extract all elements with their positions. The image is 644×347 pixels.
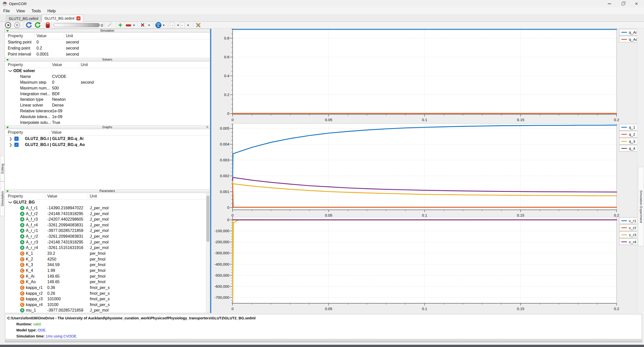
- stop-button[interactable]: [14, 22, 20, 28]
- simulation-delay-wheel[interactable]: [54, 22, 100, 28]
- add-graph-panel-button[interactable]: +: [118, 22, 122, 28]
- simulation-time-value: 1ms using CVODE.: [46, 334, 77, 338]
- import-data-button[interactable]: ◂: [170, 22, 175, 28]
- plot-canvas[interactable]: 00.050.10.150.20-100,000-200,000-300,000…: [212, 217, 637, 313]
- property-row[interactable]: CK_24250per_fmol: [5, 256, 210, 262]
- property-row[interactable]: Ckappa_r3101000fmol_per_s: [5, 296, 210, 302]
- plus-icon: +: [118, 22, 122, 28]
- property-row[interactable]: Linear solverDense: [5, 103, 210, 108]
- property-row[interactable]: AA_f_r1-14390.2168947022J_per_mol: [5, 205, 210, 211]
- export-data-button[interactable]: ▸: [180, 22, 185, 28]
- property-unit: J_per_mol: [90, 217, 109, 222]
- section-title: Solvers: [102, 58, 112, 61]
- property-row[interactable]: Ending point0.2second: [5, 45, 210, 51]
- property-row[interactable]: ❯✓GLUT2_BG.t | GLUT2_BG.q_Ao: [5, 142, 210, 148]
- checkbox-checked[interactable]: ✓: [14, 136, 19, 141]
- parameters-section-header[interactable]: Parameters: [5, 189, 210, 193]
- property-row[interactable]: CK_Ai149.65per_fmol: [5, 273, 210, 279]
- minimize-button[interactable]: [603, 0, 616, 8]
- graph-panel-3[interactable]: 00.050.10.150.20-100,000-200,000-300,000…: [212, 217, 637, 313]
- property-row[interactable]: Amu_1-3977.00285721859J_per_mol: [5, 308, 210, 313]
- svg-text:0.8: 0.8: [224, 36, 229, 40]
- reset-model-parameters-button[interactable]: [26, 22, 32, 28]
- restore-button[interactable]: [617, 0, 629, 8]
- remove-all-graphs-button[interactable]: [140, 22, 145, 28]
- mode-tab-label: Simulation Experiment: [639, 190, 643, 223]
- constant-icon: C: [20, 297, 24, 301]
- graph-panel-2[interactable]: 00.050.10.150.200.0010.0020.0030.0040.00…: [212, 124, 637, 217]
- graph-panel-1[interactable]: 00.050.10.150.200.20.40.60.8: [212, 29, 637, 124]
- property-row[interactable]: Starting point0second: [5, 39, 210, 45]
- plot-canvas[interactable]: 00.050.10.150.200.20.40.60.8: [212, 29, 637, 124]
- remove-all-graphs-dropdown[interactable]: ▼: [148, 22, 150, 28]
- tab-glut2-bg-sedml[interactable]: GLUT2_BG.sedml ✕: [42, 15, 83, 22]
- graphs-section-header[interactable]: Graphs ≡: [5, 125, 210, 129]
- clear-simulation-results-button[interactable]: [34, 22, 41, 28]
- remove-graph-panel-dropdown[interactable]: ▼: [133, 22, 135, 28]
- property-row[interactable]: AA_f_r4-3261.20994083831J_per_mol: [5, 222, 210, 228]
- preferences-button[interactable]: [195, 22, 201, 28]
- property-row[interactable]: Absolute tolera...1e-09: [5, 114, 210, 120]
- chevron-right-icon[interactable]: ❯: [9, 142, 12, 147]
- tab-close-icon[interactable]: ✕: [76, 16, 80, 20]
- property-row[interactable]: Point interval0.0001second: [5, 51, 210, 57]
- property-row[interactable]: ❯✓GLUT2_BG.t | GLUT2_BG.q_Ai: [5, 136, 210, 142]
- property-row[interactable]: Iteration typeNewton: [5, 97, 210, 103]
- property-row[interactable]: AA_r_r2-3261.20994083831J_per_mol: [5, 234, 210, 239]
- graphs-menu-icon[interactable]: ≡: [206, 125, 208, 129]
- mode-tab-editing[interactable]: Editing: [0, 156, 5, 181]
- tab-glut2-bg-cellml[interactable]: GLUT2_BG.cellml ✕: [6, 15, 47, 22]
- mode-tab-simulation[interactable]: Simulation: [0, 181, 5, 216]
- import-data-dropdown[interactable]: ▼: [177, 22, 179, 28]
- property-row[interactable]: AA_r_r4-3261.15151631916J_per_mol: [5, 245, 210, 251]
- chevron-right-icon[interactable]: ❯: [9, 136, 12, 141]
- property-row[interactable]: ❯GLUT2_BG: [5, 200, 210, 205]
- simulation-section-header[interactable]: Simulation: [5, 29, 210, 33]
- property-name: A_f_r3: [26, 217, 38, 222]
- property-row[interactable]: AA_f_r2-24148.7431918295J_per_mol: [5, 211, 210, 217]
- menu-help[interactable]: Help: [44, 8, 59, 14]
- property-row[interactable]: Integration met...BDF: [5, 91, 210, 97]
- run-pause-button[interactable]: [5, 22, 11, 28]
- svg-text:0.15: 0.15: [517, 118, 524, 122]
- property-row[interactable]: CK_3344.59per_fmol: [5, 262, 210, 268]
- property-row[interactable]: Maximum step0second: [5, 80, 210, 85]
- plot-canvas[interactable]: 00.050.10.150.200.0010.0020.0030.0040.00…: [212, 124, 637, 217]
- menu-file[interactable]: File: [0, 8, 13, 14]
- property-row[interactable]: CK_41.99per_fmol: [5, 268, 210, 274]
- property-row[interactable]: Relative tolerance1e-09: [5, 108, 210, 114]
- property-row[interactable]: ❯ODE solver: [5, 68, 210, 74]
- sedml-export-button[interactable]: SEDML: [155, 22, 161, 28]
- property-row[interactable]: CK_Ao149.65per_fmol: [5, 279, 210, 285]
- property-row[interactable]: Ckappa_r20.26fmol_per_s: [5, 290, 210, 296]
- chevron-down-icon[interactable]: ❯: [8, 201, 13, 204]
- development-mode-button[interactable]: [106, 22, 112, 28]
- property-row[interactable]: AA_f_r3-24207.4402298605J_per_mol: [5, 217, 210, 222]
- property-row[interactable]: NameCVODE: [5, 74, 210, 80]
- legend-label: v_r3: [629, 233, 636, 237]
- scrollbar-thumb[interactable]: [206, 195, 209, 242]
- property-row[interactable]: Ckappa_r410100fmol_per_s: [5, 302, 210, 308]
- export-data-dropdown[interactable]: ▼: [187, 22, 189, 28]
- property-row[interactable]: Maximum num...500: [5, 85, 210, 91]
- panel-splitter[interactable]: [210, 29, 211, 313]
- legend-line-icon: [621, 234, 627, 235]
- remove-graph-panel-button[interactable]: [126, 22, 131, 28]
- property-row[interactable]: Interpolate solu...True: [5, 120, 210, 125]
- menu-tools[interactable]: Tools: [28, 8, 44, 14]
- menu-view[interactable]: View: [13, 8, 28, 14]
- property-row[interactable]: Ckappa_r10.36fmol_per_s: [5, 285, 210, 291]
- property-row[interactable]: AA_r_r3-24148.7431918295J_per_mol: [5, 239, 210, 245]
- solvers-section-header[interactable]: Solvers: [5, 58, 210, 62]
- property-row[interactable]: CK_133.2per_fmol: [5, 251, 210, 257]
- sedml-export-dropdown[interactable]: ▼: [162, 22, 165, 28]
- close-button[interactable]: ✕: [630, 0, 643, 8]
- file-export-icon: ▸: [180, 22, 185, 28]
- parameters-scrollbar[interactable]: [206, 193, 210, 313]
- checkbox-checked[interactable]: ✓: [14, 142, 19, 147]
- mode-tab-simulation-experiment[interactable]: Simulation Experiment: [638, 167, 644, 246]
- chevron-down-icon[interactable]: ❯: [8, 69, 13, 73]
- property-row[interactable]: AA_r_r1-3977.00285721859J_per_mol: [5, 228, 210, 234]
- property-value: 500: [52, 86, 59, 90]
- reset-state-button[interactable]: [46, 22, 50, 28]
